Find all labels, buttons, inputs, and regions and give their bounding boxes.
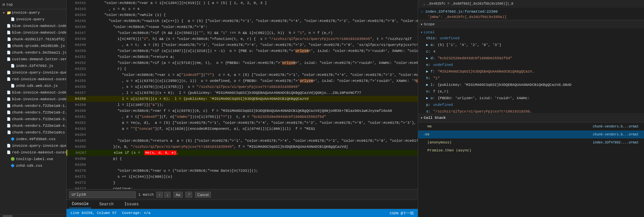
scope-item[interactable]: p: undefined [418, 102, 644, 108]
sidebar-item-index33f[interactable]: 📄index.33f47892.js [0, 63, 66, 69]
scope-item[interactable]: h: "1" [418, 75, 644, 82]
code-line-94252[interactable]: 94252 "color:#c586c0;">if (a = o[i(5719)… [67, 60, 418, 66]
code-line-94254[interactable]: 94254 "color:#c586c0;">var c = a["indexO… [67, 72, 418, 78]
sidebar-item-znhd-sdk2[interactable]: 🔷znhd-sdk.css [0, 162, 66, 169]
code-line-94267[interactable]: 94267 else if (s = He(s, d, 0, e), [67, 150, 418, 156]
search-next-button[interactable]: ↓ [164, 192, 171, 198]
code-line-94265[interactable]: 94265 "color:#c586c0;">return a a = (5) … [67, 138, 418, 144]
scope-item[interactable]: c: 4 [418, 48, 644, 55]
case-sensitive-button[interactable]: Aa [173, 192, 182, 198]
tab-issues[interactable]: Issues [122, 201, 141, 208]
code-line-94264[interactable]: 94264 [67, 132, 418, 138]
code-line-94242[interactable]: 94242 "color:#c586c0;">var a = i[n(1264)… [67, 0, 418, 6]
code-line-94273[interactable]: 94273 continue; [67, 186, 418, 189]
breakpoints-header[interactable]: , _0x492bfc = _0x86f892[_0x201fbb(0x1566… [418, 0, 644, 8]
tab-search[interactable]: Search [96, 201, 116, 208]
scope-item[interactable]: n: f (e,r) [418, 88, 644, 95]
scope-header[interactable]: Scope [418, 20, 644, 28]
code-line-94253[interactable]: 94253 r) { [67, 66, 418, 72]
scope-item[interactable]: ▶ l: {publicKey: 'MIG1MA0GCSqGSI}b3DQEBA… [418, 82, 644, 88]
line-number: 94270 [69, 168, 86, 174]
scope-item[interactable]: s: "/szzhzz/qlfpcx/v1/queryFpjcxx?t=1681… [418, 108, 644, 113]
sidebar-title: top [6, 3, 13, 7]
scope-item[interactable]: this: undefined [418, 35, 644, 42]
code-line-94246[interactable]: 94246 "color:#c586c0;">case "color:#ce91… [67, 24, 418, 30]
callstack-item-left: ● Ve [423, 132, 429, 136]
code-line-94243[interactable]: 94243 , c = 0; c = 4 [67, 6, 418, 12]
callstack-item[interactable]: Hechunk-vendors.b...ormat [418, 122, 644, 130]
code-container: 94242 "color:#c586c0;">var a = i[n(1264)… [67, 0, 418, 189]
code-content[interactable]: 94242 "color:#c586c0;">var a = i[n(1264)… [67, 0, 418, 189]
code-line-94262[interactable]: 94262 a = Ye(u, d), a = (5) ["color:#ce9… [67, 120, 418, 126]
search-prev-button[interactable]: ↑ [156, 192, 163, 198]
sidebar-item-invoice-query-invoice[interactable]: 📄invoice-query-invoice-quer [0, 69, 66, 76]
callstack-item[interactable]: ● Vechunk-vendors.b...ormat [418, 130, 644, 138]
sidebar-collapse-icon[interactable]: ⊟ [3, 2, 5, 7]
sidebar-item-chunk-qrcode[interactable]: 📄chunk-qrcode.e62d919b.js [0, 43, 66, 49]
sidebar-item-red-invoice-1[interactable]: 📄red-invoice-makeout-suces [0, 76, 66, 83]
code-line-94266[interactable]: 94266 }(s, 0, "/szzhzz/qlfpcx/v1/queryFp… [67, 144, 418, 150]
line-content: continue; [91, 186, 418, 189]
code-line-94259[interactable]: 94259 l = l[i(1687)]("&")); [67, 102, 418, 108]
sidebar-item-red-invoice-2[interactable]: 📄red-invoice-makeout-suces [0, 149, 66, 156]
scope-item[interactable]: ▶ a: (5) ['1', '4', '2', '0', '3'] [418, 42, 644, 48]
sidebar-item-chunk-vendors-f22-3[interactable]: 📄chunk-vendors.f22be1a9-3. [0, 116, 66, 122]
sidebar-item-znhd-sdk[interactable]: 📄znhd-sdk.web.min.js [0, 83, 66, 89]
code-line-94245[interactable]: 94245 "color:#c586c0;">switch (a[c++]) {… [67, 18, 418, 24]
sidebar-item-chunk-vendors-f22-5[interactable]: 📄chunk-vendors.f22be1a9cs [0, 129, 66, 136]
line-content: "color:#c586c0;">if (a = o[i(5719)](He, … [91, 60, 418, 66]
code-line-94258[interactable]: 94258 l = u[i(6370)](s + 6); l = {public… [67, 96, 418, 102]
callstack-item[interactable]: (anonymous)index.33f47892....ormat [418, 138, 644, 146]
code-line-94270[interactable]: 94270 "color:#c586c0;">var u = ("color:#… [67, 168, 418, 174]
code-line-94249[interactable]: 94249 , a = t; a = (5) ["color:#ce9178;"… [67, 42, 418, 48]
file-icon-invoice-query-invoice: 📄 [7, 71, 11, 75]
scope-item[interactable]: e: undefined [418, 62, 644, 68]
code-line-94247[interactable]: 94247 "color:#c586c0;">if (h && i[n(5562… [67, 30, 418, 36]
sidebar-item-chunk-02d[interactable]: 📄chunk-02d91l27.76191dfdj [0, 36, 66, 43]
code-line-94261[interactable]: 94261 , d = t["indexOf"](f, o["XAWHc"])(… [67, 114, 418, 120]
search-input[interactable] [69, 191, 136, 198]
scope-item[interactable]: ▶ d: "bcb232528ed943dcbf1998b625592f5d" [418, 55, 644, 62]
scope-item[interactable]: ▶ f: "MIG1MA0GCSqGSI}b3DQEBAQUAAGNADCBiQ… [418, 68, 644, 75]
sidebar-item-blue-invoice-1[interactable]: 📄blue-invoice-makeout-inde [0, 23, 66, 29]
sidebar-item-customs-demand[interactable]: 📄customs-demand-letter-ser [0, 56, 66, 63]
code-line-94272[interactable]: 94272 } [67, 180, 418, 186]
tab-console[interactable]: Console [69, 200, 91, 208]
sidebar-item-blue-invoice-2[interactable]: 📄blue-invoice-makeout-inde [0, 29, 66, 36]
scope-item[interactable]: ▶ o: {PBEBU: 'urlyzm=', isJuC: 'ruuid=',… [418, 95, 644, 102]
call-stack-header[interactable]: Call Stack [418, 113, 644, 122]
code-line-94251[interactable]: 94251 "color:#c586c0;">return a; [67, 54, 418, 60]
code-line-94260[interactable]: 94260 "color:#c586c0;">var f = a[i(6370)… [67, 108, 418, 114]
line-content: , c = 0; c = 4 [91, 6, 418, 12]
file-icon-chunk-vendors-f22-1: 📄 [7, 104, 11, 108]
sidebar-item-chunk-vendors-f22-1[interactable]: 📄chunk-vendors.f22be1a9-1. [0, 103, 66, 109]
code-line-94271[interactable]: 94271 s += i[n(344)][n(880)](u) [67, 174, 418, 180]
callstack-content[interactable]: Hechunk-vendors.b...ormat● Vechunk-vendo… [418, 122, 644, 217]
code-line-94263[interactable]: 94263 a = ""["concat"](f, o[i(1620)](enc… [67, 126, 418, 132]
sidebar-item-tooltip-label[interactable]: 🟢tooltip-label.vue [0, 156, 66, 162]
search-cancel-button[interactable]: Cancel [195, 192, 211, 198]
sidebar-scrollbar[interactable] [0, 214, 66, 217]
sidebar-item-chunk-vendors-f22-2[interactable]: 📄chunk-vendors.f22be1a9-2. [0, 109, 66, 116]
local-scope-header[interactable]: Local [418, 30, 644, 35]
breakpoint-checkbox[interactable]: ☑ [421, 9, 423, 14]
sidebar-item-invoice-query-file[interactable]: 📄invoice-query [0, 16, 66, 23]
sidebar-item-invoice-query-invoice2[interactable]: 📄invoice-query-invoice-quer [0, 142, 66, 149]
code-line-94269[interactable]: 94269 [67, 162, 418, 168]
sidebar-item-blue-invoice-3[interactable]: 📄blue-invoice-makeout-inde [0, 89, 66, 96]
sidebar-item-invoice-query-folder[interactable]: ▾ 📁 invoice-query [0, 9, 66, 16]
code-line-94256[interactable]: 94256 , s = u[i(6370)](o[i(3755)]) s = "… [67, 84, 418, 90]
callstack-item[interactable]: Promise.then (async) [418, 146, 644, 154]
code-line-94257[interactable]: 94257 , l = u[i(6370)](s + 6); l = {publ… [67, 90, 418, 96]
code-line-94248[interactable]: 94248 i[n(4075)]("2", h) && (s = "color:… [67, 36, 418, 42]
sidebar-tree[interactable]: ▾ 📁 invoice-query📄invoice-query📄blue-inv… [0, 9, 66, 214]
sidebar-item-chunk-vendors-f22-4[interactable]: 📄chunk-vendors.f22be1a9-4. [0, 122, 66, 129]
code-line-94268[interactable]: 94268 p) { [67, 156, 418, 162]
sidebar-item-blue-invoice-4[interactable]: 📄blue-invoice-makeout-inde [0, 96, 66, 103]
regex-button[interactable]: .* [185, 192, 192, 198]
sidebar-item-index-49f[interactable]: 🔷index.49fd30a5.css [0, 136, 66, 142]
code-line-94250[interactable]: 94250 "color:#c586c0;">if (a[i(1687)](o[… [67, 48, 418, 54]
code-line-94255[interactable]: 94255 , u = a[i(6370)](o[i(2950)](c, 1))… [67, 78, 418, 84]
code-line-94244[interactable]: 94244 "color:#c586c0;">while (1) { [67, 12, 418, 18]
sidebar-item-chunk-vendors-be2[interactable]: 📄chunk-vendors.be2baa11.js [0, 49, 66, 56]
